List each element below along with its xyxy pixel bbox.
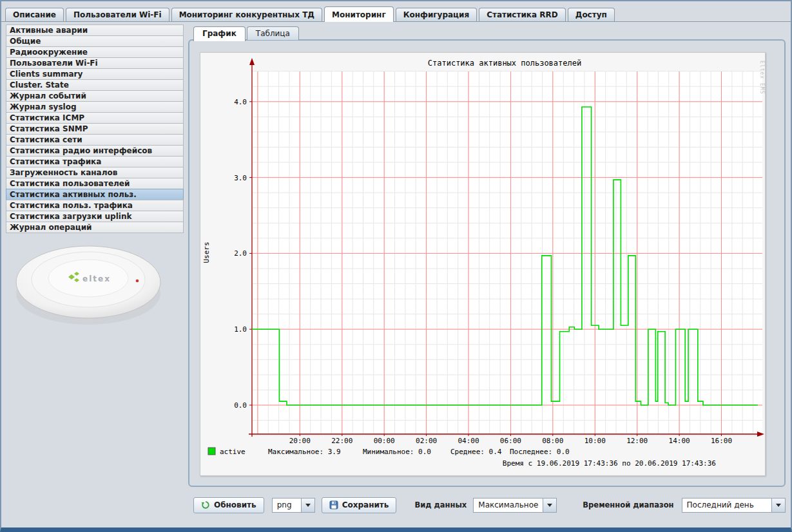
svg-text:0.0: 0.0 bbox=[234, 401, 247, 410]
save-button-label: Сохранить bbox=[342, 500, 389, 509]
svg-text:10:00: 10:00 bbox=[584, 437, 606, 445]
sidebar-item-14[interactable]: Загруженность каналов bbox=[6, 167, 184, 178]
eltex-device-image: eltex bbox=[10, 238, 176, 330]
sidebar-item-3[interactable]: Радиоокружение bbox=[6, 46, 184, 58]
sidebar-item-6[interactable]: Cluster. State bbox=[6, 79, 184, 91]
svg-text:2.0: 2.0 bbox=[234, 249, 247, 258]
refresh-button-label: Обновить bbox=[214, 500, 256, 509]
time-range-combo-arrow[interactable] bbox=[772, 498, 786, 513]
data-view-combo-value: Максимальное bbox=[473, 498, 543, 513]
time-range-combo-value: Последний день bbox=[682, 498, 772, 513]
svg-text:active: active bbox=[220, 448, 246, 456]
svg-text:Последнее: 0.0: Последнее: 0.0 bbox=[510, 448, 570, 456]
sidebar-item-10[interactable]: Статистика SNMP bbox=[6, 123, 184, 135]
time-range-label: Временной диапазон bbox=[583, 500, 673, 509]
device-image-wrap: eltex bbox=[10, 238, 184, 332]
sidebar-item-16[interactable]: Статистика активных польз. bbox=[6, 189, 184, 200]
svg-text:08:00: 08:00 bbox=[542, 437, 563, 445]
sidebar-item-8[interactable]: Журнал syslog bbox=[6, 101, 184, 113]
svg-text:Users: Users bbox=[202, 242, 211, 263]
chevron-down-icon bbox=[776, 504, 781, 507]
sidebar-item-18[interactable]: Статистика загрузки uplink bbox=[6, 211, 184, 222]
sidebar-item-13[interactable]: Статистика трафика bbox=[6, 156, 184, 167]
rrd-chart-image: 20:0022:0000:0002:0004:0006:0008:0010:00… bbox=[200, 52, 766, 476]
sidebar: Активные аварииОбщиеРадиоокружениеПользо… bbox=[6, 25, 184, 332]
data-view-label: Вид данных bbox=[414, 500, 467, 509]
sidebar-item-9[interactable]: Статистика ICMP bbox=[6, 112, 184, 124]
svg-text:16:00: 16:00 bbox=[711, 437, 732, 445]
chevron-down-icon bbox=[305, 504, 311, 507]
time-range-combo[interactable]: Последний день bbox=[682, 498, 786, 513]
format-combo-value: png bbox=[272, 498, 302, 513]
svg-text:14:00: 14:00 bbox=[669, 437, 690, 445]
toolbar: Обновить png Сохранить bbox=[193, 496, 786, 514]
sidebar-item-2[interactable]: Общие bbox=[6, 35, 184, 47]
refresh-icon bbox=[201, 500, 210, 509]
refresh-button[interactable]: Обновить bbox=[193, 497, 264, 513]
sidebar-item-1[interactable]: Активные аварии bbox=[6, 24, 184, 36]
svg-text:12:00: 12:00 bbox=[626, 437, 648, 445]
main-tab-7[interactable]: Доступ bbox=[568, 8, 615, 21]
main-tab-1[interactable]: Описание bbox=[5, 8, 64, 21]
data-view-combo-arrow[interactable] bbox=[543, 498, 557, 513]
app-window: ОписаниеПользователи Wi-FiМониторинг кон… bbox=[0, 0, 792, 532]
svg-text:1.0: 1.0 bbox=[234, 325, 247, 334]
eltex-logo-text: eltex bbox=[82, 274, 111, 283]
svg-text:Среднее: 0.4: Среднее: 0.4 bbox=[450, 448, 502, 456]
svg-text:02:00: 02:00 bbox=[416, 437, 437, 445]
svg-text:00:00: 00:00 bbox=[374, 437, 395, 445]
svg-text:3.0: 3.0 bbox=[234, 174, 247, 182]
svg-text:06:00: 06:00 bbox=[500, 437, 521, 445]
chart-subtab-1[interactable]: График bbox=[193, 26, 246, 41]
chart-panel: 20:0022:0000:0002:0004:0006:0008:0010:00… bbox=[188, 39, 786, 487]
content-area: Активные аварииОбщиеРадиоокружениеПользо… bbox=[3, 23, 789, 527]
format-combo[interactable]: png bbox=[272, 498, 315, 513]
save-icon bbox=[329, 500, 338, 509]
save-button[interactable]: Сохранить bbox=[322, 497, 397, 513]
main-panel: ГрафикТаблица 20:0022:0000:0002:0004:000… bbox=[188, 26, 786, 525]
main-tab-3[interactable]: Мониторинг конкурентных ТД bbox=[171, 8, 322, 21]
main-tab-6[interactable]: Статистика RRD bbox=[479, 8, 566, 21]
sidebar-item-19[interactable]: Журнал операций bbox=[6, 222, 184, 233]
sidebar-item-7[interactable]: Журнал событий bbox=[6, 90, 184, 102]
main-tab-4[interactable]: Мониторинг bbox=[324, 6, 394, 22]
sidebar-item-11[interactable]: Статистика сети bbox=[6, 134, 184, 146]
sidebar-item-4[interactable]: Пользователи Wi-Fi bbox=[6, 57, 184, 69]
sidebar-item-12[interactable]: Статистика радио интерфейсов bbox=[6, 145, 184, 157]
svg-text:04:00: 04:00 bbox=[458, 437, 479, 445]
sidebar-item-5[interactable]: Clients summary bbox=[6, 68, 184, 80]
data-view-combo[interactable]: Максимальное bbox=[473, 498, 557, 513]
svg-text:Статистика активных пользовате: Статистика активных пользователей bbox=[428, 59, 581, 68]
svg-text:4.0: 4.0 bbox=[234, 98, 247, 106]
svg-text:Минимальное: 0.0: Минимальное: 0.0 bbox=[363, 448, 431, 456]
chevron-down-icon bbox=[547, 504, 552, 507]
svg-text:Максимальное: 3.9: Максимальное: 3.9 bbox=[268, 448, 341, 456]
main-tab-5[interactable]: Конфигурация bbox=[396, 8, 477, 21]
svg-text:Eltex EMS: Eltex EMS bbox=[759, 61, 765, 94]
chart-subtab-2[interactable]: Таблица bbox=[247, 26, 299, 40]
svg-text:22:00: 22:00 bbox=[331, 437, 353, 445]
format-combo-arrow[interactable] bbox=[302, 498, 315, 513]
sidebar-item-15[interactable]: Статистика пользователей bbox=[6, 178, 184, 189]
sidebar-item-17[interactable]: Статистика польз. трафика bbox=[6, 200, 184, 211]
device-led bbox=[136, 280, 139, 283]
main-tabbar: ОписаниеПользователи Wi-FiМониторинг кон… bbox=[1, 1, 791, 22]
main-tab-2[interactable]: Пользователи Wi-Fi bbox=[66, 8, 169, 21]
chart-subtabbar: ГрафикТаблица bbox=[193, 26, 786, 40]
svg-text:Время с 19.06.2019 17:43:36 по: Время с 19.06.2019 17:43:36 по 20.06.201… bbox=[503, 459, 716, 468]
sidebar-menu: Активные аварииОбщиеРадиоокружениеПользо… bbox=[6, 24, 184, 233]
svg-text:20:00: 20:00 bbox=[289, 437, 311, 445]
rrd-chart-svg: 20:0022:0000:0002:0004:0006:0008:0010:00… bbox=[200, 53, 766, 477]
